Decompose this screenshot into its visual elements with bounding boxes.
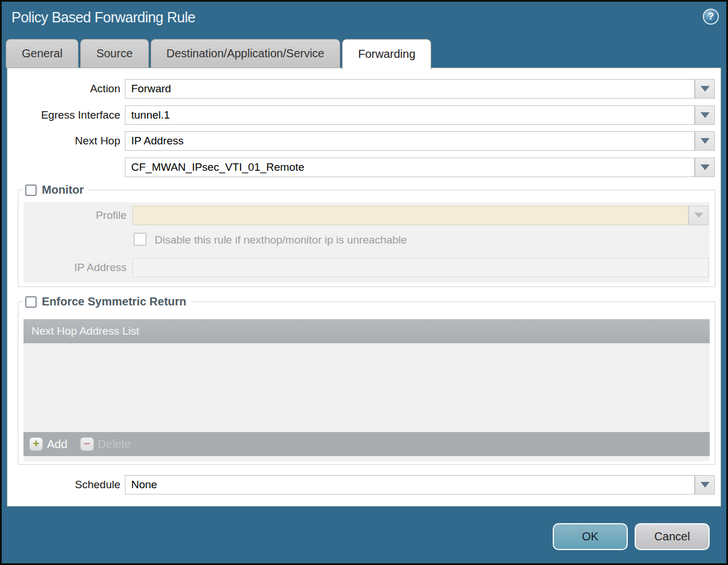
next-hop-type-dropdown-button[interactable] [695, 131, 715, 151]
forwarding-tab-panel: Action Egress Interface Next Hop Monitor… [7, 68, 721, 507]
enforce-symmetric-return-legend-label: Enforce Symmetric Return [42, 295, 186, 308]
tab-destination-application-service[interactable]: Destination/Application/Service [151, 39, 341, 68]
delete-button: − Delete [80, 437, 131, 451]
add-button[interactable]: + Add [29, 437, 68, 451]
enforce-symmetric-return-checkbox[interactable] [25, 296, 37, 308]
action-label: Action [7, 79, 120, 99]
enforce-symmetric-return-section: Enforce Symmetric Return Next Hop Addres… [18, 301, 715, 465]
table-header: Next Hop Address List [23, 319, 710, 343]
monitor-panel: Profile Disable this rule if nexthop/mon… [23, 202, 710, 282]
help-icon[interactable]: ? [703, 9, 719, 25]
disable-rule-label: Disable this rule if nexthop/monitor ip … [155, 234, 407, 246]
monitor-checkbox[interactable] [25, 185, 37, 196]
disable-rule-checkbox [133, 233, 147, 246]
profile-label: Profile [23, 206, 127, 225]
table-toolbar: + Add − Delete [23, 432, 710, 456]
delete-button-label: Delete [98, 438, 131, 451]
schedule-label: Schedule [7, 475, 120, 495]
table-body-empty [23, 343, 710, 432]
egress-interface-label: Egress Interface [7, 105, 120, 125]
next-hop-label: Next Hop [7, 131, 120, 151]
next-hop-type-input[interactable] [125, 131, 695, 151]
monitor-ip-address-input [132, 258, 709, 277]
next-hop-address-dropdown-button[interactable] [695, 158, 715, 177]
schedule-dropdown-button[interactable] [695, 475, 715, 495]
minus-icon: − [80, 437, 94, 451]
profile-dropdown-button [688, 206, 709, 225]
tab-general[interactable]: General [6, 39, 78, 68]
monitor-ip-address-label: IP Address [23, 258, 127, 277]
schedule-input[interactable] [125, 475, 695, 495]
chevron-down-icon [701, 138, 710, 144]
action-input[interactable] [125, 79, 695, 99]
tab-source[interactable]: Source [80, 39, 148, 68]
chevron-down-icon [701, 86, 710, 92]
pbf-rule-dialog: Policy Based Forwarding Rule ? General S… [0, 0, 728, 565]
chevron-down-icon [701, 482, 710, 488]
next-hop-address-list-table: Next Hop Address List + Add − Delete [23, 319, 710, 461]
monitor-legend: Monitor [23, 182, 89, 198]
table-bottom-strip [23, 456, 710, 461]
egress-interface-dropdown-button[interactable] [695, 105, 715, 125]
add-button-label: Add [47, 438, 68, 451]
monitor-section: Monitor Profile Disable this rule if nex… [18, 190, 715, 287]
monitor-legend-label: Monitor [42, 183, 84, 197]
next-hop-address-input[interactable] [125, 158, 695, 177]
chevron-down-icon [701, 164, 710, 170]
tab-bar: General Source Destination/Application/S… [6, 39, 431, 68]
egress-interface-input[interactable] [125, 105, 695, 125]
chevron-down-icon [694, 213, 703, 218]
chevron-down-icon [701, 112, 710, 118]
action-dropdown-button[interactable] [695, 79, 715, 99]
enforce-symmetric-return-legend: Enforce Symmetric Return [23, 294, 191, 309]
tab-forwarding[interactable]: Forwarding [342, 39, 431, 69]
plus-icon: + [29, 437, 43, 451]
cancel-button[interactable]: Cancel [635, 523, 710, 550]
profile-input [132, 206, 688, 225]
dialog-title: Policy Based Forwarding Rule [11, 9, 195, 26]
ok-button[interactable]: OK [553, 523, 628, 550]
